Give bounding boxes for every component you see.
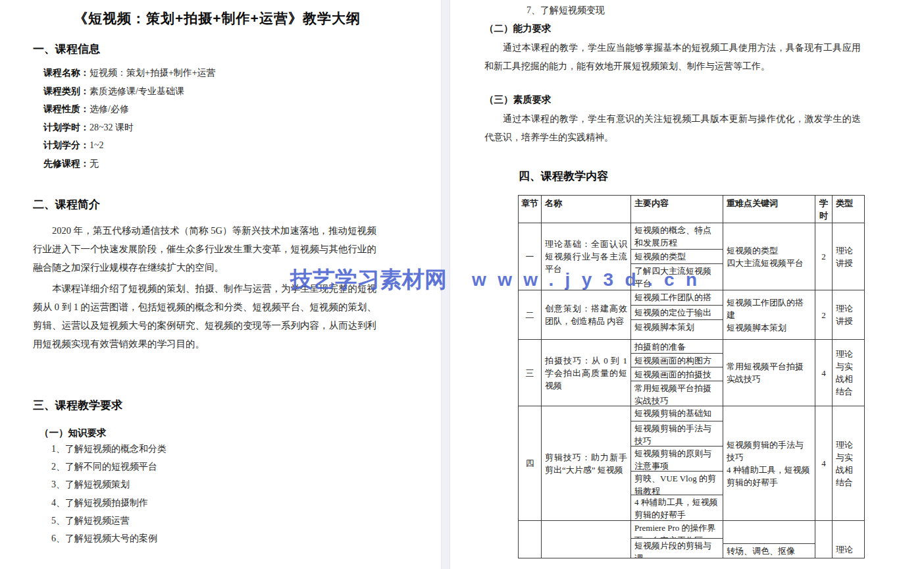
course-content-table: 章节 名称 主要内容 重难点关键词 学时 类型 一 理论基础：全面认识短视频行业… — [518, 195, 865, 558]
info-value: 选修/必修 — [90, 104, 129, 114]
ability-subheading: （二）能力要求 — [484, 22, 552, 35]
name-text: 剪辑技巧：助力新手剪出“大片感” 短视频 — [545, 451, 627, 476]
info-label: 先修课程： — [43, 158, 90, 169]
hours-cell — [815, 521, 832, 558]
info-item-planned-hours: 计划学时：28~32 课时 — [43, 121, 216, 139]
course-info-list: 课程名称：短视频：策划+拍摄+制作+运营 课程类别：素质选修课/专业基础课 课程… — [43, 66, 216, 175]
hours-cell: 4 — [815, 340, 832, 406]
knowledge-item: 3、了解短视频策划 — [51, 478, 167, 496]
header-cell-keywords: 重难点关键词 — [723, 196, 815, 223]
header-cell-name: 名称 — [541, 196, 630, 223]
name-cell: 拍摄技巧：从 0 到 1 学会拍出高质量的短视频 — [541, 340, 630, 406]
type-cell: 理论 — [832, 521, 864, 558]
hours-cell: 2 — [815, 223, 832, 290]
name-cell — [541, 521, 630, 558]
page-1: 《短视频：策划+拍摄+制作+运营》教学大纲 一、课程信息 课程名称：短视频：策划… — [0, 0, 441, 569]
content-subcell: 短视频剪辑的手法与技巧 — [631, 421, 723, 446]
name-text: 理论基础：全面认识短视频行业与各主流平台 — [545, 238, 627, 275]
info-item-course-category: 课程类别：素质选修课/专业基础课 — [43, 84, 216, 103]
chapter-cell — [519, 521, 541, 558]
course-info-heading: 一、课程信息 — [33, 41, 100, 57]
header-cell-hours: 学时 — [815, 196, 832, 223]
content-subcell: 短视频工作团队的搭建 — [631, 290, 723, 305]
knowledge-item: 6、了解短视频大号的案例 — [51, 532, 167, 550]
info-value: 1~2 — [90, 140, 104, 150]
header-cell-type: 类型 — [832, 196, 864, 223]
info-value: 28~32 课时 — [90, 122, 134, 132]
page-title: 《短视频：策划+拍摄+制作+运营》教学大纲 — [0, 9, 434, 28]
content-cell: Premiere Pro 的操作界面、自定义工作区 短视频片段的剪辑与调 — [630, 521, 723, 558]
knowledge-item: 5、了解短视频运营 — [51, 514, 167, 532]
teaching-content-heading: 四、课程教学内容 — [519, 169, 608, 184]
content-subcell: 4 种辅助工具，短视频剪辑的好帮手 — [631, 495, 723, 520]
page-divider — [441, 0, 450, 569]
header-cell-chapter: 章节 — [519, 196, 541, 223]
knowledge-item-7: 7、了解短视频变现 — [526, 4, 605, 22]
content-subcell: 拍摄前的准备 — [631, 340, 723, 353]
header-cell-main-content: 主要内容 — [630, 196, 723, 223]
chapter-cell: 一 — [519, 223, 541, 290]
teaching-requirements-heading: 三、课程教学要求 — [33, 398, 122, 413]
name-text: 创意策划：搭建高效团队，创造精品 内容 — [545, 302, 627, 327]
content-subcell: 短视频画面的构图方法 — [631, 353, 723, 367]
name-cell: 剪辑技巧：助力新手剪出“大片感” 短视频 — [541, 406, 630, 520]
keywords-cell: 短视频的类型 四大主流短视频平台 — [723, 223, 815, 290]
table-row-chapter-4: 四 剪辑技巧：助力新手剪出“大片感” 短视频 短视频剪辑的基础知识 短视频剪辑的… — [519, 406, 864, 520]
content-subcell: 常用短视频平台拍摄实战技巧 — [631, 381, 723, 406]
info-label: 课程性质： — [43, 103, 90, 114]
keywords-cell: 短视频剪辑的手法与技巧 4 种辅助工具，短视频剪辑的好帮手 — [723, 406, 815, 520]
content-subcell: 短视频的类型 — [631, 249, 723, 263]
info-label: 计划学时： — [43, 122, 90, 132]
content-subcell: 剪映、VUE Vlog 的剪辑教程 — [631, 471, 723, 494]
keywords-cell: 转场、调色、抠像 — [723, 521, 815, 558]
knowledge-item: 2、了解不同的短视频平台 — [51, 460, 167, 478]
content-subcell: 短视频片段的剪辑与调 — [631, 538, 723, 558]
content-cell: 短视频工作团队的搭建 短视频的定位于输出 短视频脚本策划 — [630, 290, 723, 339]
quality-subheading: （三）素质要求 — [484, 94, 552, 106]
content-cell: 短视频的概念、特点和发展历程 短视频的类型 了解四大主流短视频平台 — [630, 223, 723, 290]
content-subcell: 短视频的定位于输出 — [631, 305, 723, 319]
table-header-row: 章节 名称 主要内容 重难点关键词 学时 类型 — [519, 196, 864, 223]
course-intro-heading: 二、课程简介 — [33, 197, 100, 212]
knowledge-list: 1、了解短视频的概念和分类 2、了解不同的短视频平台 3、了解短视频策划 4、了… — [51, 443, 167, 550]
info-value: 素质选修课/专业基础课 — [90, 86, 184, 96]
info-item-planned-credits: 计划学分：1~2 — [43, 138, 216, 157]
info-label: 课程类别： — [43, 86, 90, 96]
content-cell: 短视频剪辑的基础知识 短视频剪辑的手法与技巧 短视频剪辑的原则与注意事项 剪映、… — [630, 406, 723, 520]
info-value: 无 — [90, 159, 99, 169]
keywords-spacer — [723, 521, 815, 543]
page-2: 7、了解短视频变现 （二）能力要求 通过本课程的教学，学生应当能够掌握基本的短视… — [450, 0, 924, 569]
info-label: 计划学分： — [43, 140, 90, 150]
name-cell: 理论基础：全面认识短视频行业与各主流平台 — [541, 223, 630, 290]
keywords-cell: 常用短视频平台拍摄实战技巧 — [723, 340, 815, 406]
knowledge-item: 1、了解短视频的概念和分类 — [51, 443, 167, 460]
table-row-chapter-1: 一 理论基础：全面认识短视频行业与各主流平台 短视频的概念、特点和发展历程 短视… — [519, 223, 864, 290]
type-cell: 理论与实战相结合 — [832, 340, 864, 406]
chapter-cell: 二 — [519, 290, 541, 339]
table-row-chapter-5-partial: Premiere Pro 的操作界面、自定义工作区 短视频片段的剪辑与调 转场、… — [519, 520, 864, 558]
type-cell: 理论讲授 — [832, 290, 864, 339]
type-cell: 理论讲授 — [832, 223, 864, 290]
info-item-prerequisites: 先修课程：无 — [43, 157, 216, 175]
info-item-course-nature: 课程性质：选修/必修 — [43, 102, 216, 121]
name-cell: 创意策划：搭建高效团队，创造精品 内容 — [541, 290, 630, 339]
hours-cell: 2 — [815, 290, 832, 339]
chapter-cell: 四 — [519, 406, 541, 520]
content-subcell: 短视频剪辑的基础知识 — [631, 406, 723, 421]
table-row-chapter-3: 三 拍摄技巧：从 0 到 1 学会拍出高质量的短视频 拍摄前的准备 短视频画面的… — [519, 339, 864, 406]
keywords-text: 转场、调色、抠像 — [723, 543, 815, 558]
content-subcell: 短视频剪辑的原则与注意事项 — [631, 446, 723, 471]
content-subcell: 短视频脚本策划 — [631, 319, 723, 339]
knowledge-subheading: （一）知识要求 — [39, 427, 107, 439]
name-text: 拍摄技巧：从 0 到 1 学会拍出高质量的短视频 — [545, 354, 627, 392]
content-subcell: 短视频画面的拍摄技巧 — [631, 367, 723, 381]
hours-cell: 4 — [815, 406, 832, 520]
keywords-cell: 短视频工作团队的搭建 短视频脚本策划 — [723, 290, 815, 339]
info-item-course-name: 课程名称：短视频：策划+拍摄+制作+运营 — [43, 66, 216, 84]
chapter-cell: 三 — [519, 340, 541, 406]
table-row-chapter-2: 二 创意策划：搭建高效团队，创造精品 内容 短视频工作团队的搭建 短视频的定位于… — [519, 290, 864, 339]
content-subcell: 短视频的概念、特点和发展历程 — [631, 223, 723, 249]
type-cell: 理论与实战相结合 — [832, 406, 864, 520]
knowledge-item: 4、了解短视频拍摄制作 — [51, 497, 167, 514]
content-subcell: Premiere Pro 的操作界面、自定义工作区 — [631, 521, 723, 538]
